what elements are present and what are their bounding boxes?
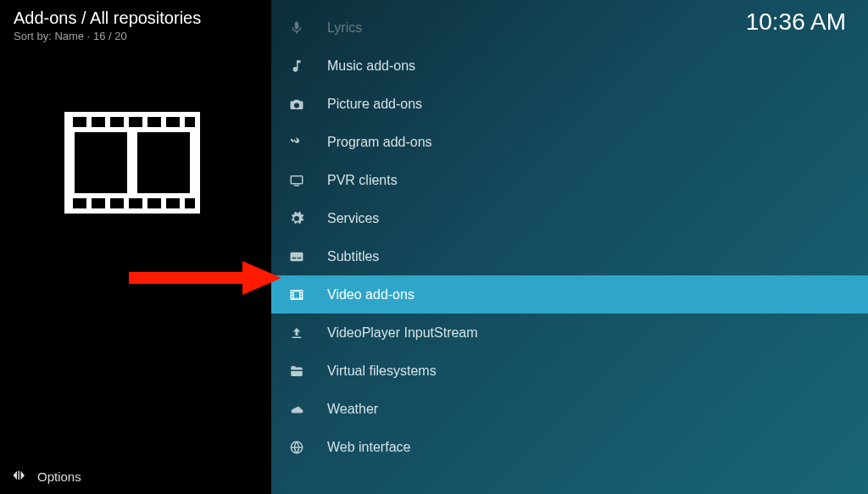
sidebar: Add-ons / All repositories Sort by: Name… [0,0,271,494]
list-item-label: Subtitles [327,249,379,264]
svg-rect-25 [292,296,293,297]
svg-rect-10 [73,198,86,208]
svg-rect-20 [292,257,297,258]
list-item[interactable]: Weather [271,390,868,428]
film-icon [287,285,307,305]
svg-rect-21 [298,257,302,258]
list-item-label: PVR clients [327,173,398,188]
svg-rect-2 [137,132,190,193]
subtitle-icon [287,247,307,267]
list-item-label: Lyrics [327,20,362,36]
tv-icon [287,170,307,191]
list-item[interactable]: Program add-ons [271,123,868,161]
list-item[interactable]: Music add-ons [271,47,868,85]
camera-icon [287,94,307,114]
svg-rect-19 [291,252,303,261]
list-item-label: Weather [327,402,378,417]
list-item[interactable]: Video add-ons [271,275,868,314]
list-item-label: Services [327,211,379,226]
list-item[interactable]: PVR clients [271,161,868,199]
list-item-label: Program add-ons [327,135,432,150]
clock: 10:36 AM [746,8,846,36]
list-item-label: Music add-ons [327,58,415,74]
svg-rect-28 [301,296,303,297]
options-icon [12,468,27,486]
list-item[interactable]: Subtitles [271,237,868,275]
options-label: Options [37,469,81,484]
list-item[interactable]: Web interface [271,428,868,466]
music-icon [287,56,307,76]
svg-rect-16 [185,198,195,208]
folder-icon [287,361,307,381]
tools-icon [287,132,307,153]
svg-rect-14 [147,198,161,208]
list-item[interactable]: VideoPlayer InputStream [271,314,868,352]
svg-rect-17 [291,175,303,183]
film-reel-icon [64,112,200,214]
svg-rect-3 [73,117,86,127]
svg-rect-6 [129,117,142,127]
svg-rect-24 [292,293,293,295]
svg-rect-26 [301,291,303,292]
annotation-arrow [129,258,281,302]
svg-rect-15 [166,198,180,208]
category-list: LyricsMusic add-onsPicture add-onsProgra… [271,8,868,466]
svg-rect-23 [292,291,293,292]
list-item-label: VideoPlayer InputStream [327,325,478,341]
upload-icon [287,323,307,343]
list-item-label: Video add-ons [327,287,415,303]
svg-rect-29 [294,291,299,298]
svg-rect-13 [129,198,142,208]
weather-icon [287,399,307,419]
mic-icon [287,18,307,38]
svg-rect-27 [301,293,303,295]
svg-rect-12 [110,198,124,208]
svg-rect-11 [92,198,105,208]
svg-rect-5 [110,117,124,127]
globe-icon [287,437,307,458]
gear-icon [287,208,307,229]
svg-rect-7 [147,117,161,127]
list-item-label: Virtual filesystems [327,364,437,379]
svg-rect-1 [75,132,127,193]
category-icon-large [64,112,271,217]
list-item-label: Web interface [327,440,410,455]
sort-indicator: Sort by: Name · 16 / 20 [14,30,271,42]
svg-rect-4 [92,117,105,127]
svg-rect-9 [185,117,195,127]
options-button[interactable]: Options [12,468,81,486]
list-item[interactable]: Virtual filesystems [271,352,868,390]
list-item[interactable]: Services [271,199,868,237]
breadcrumb: Add-ons / All repositories [14,8,271,28]
main-panel: 10:36 AM LyricsMusic add-onsPicture add-… [271,0,868,494]
svg-marker-32 [242,261,281,295]
list-item-label: Picture add-ons [327,97,422,112]
list-item[interactable]: Picture add-ons [271,85,868,123]
svg-rect-8 [166,117,180,127]
